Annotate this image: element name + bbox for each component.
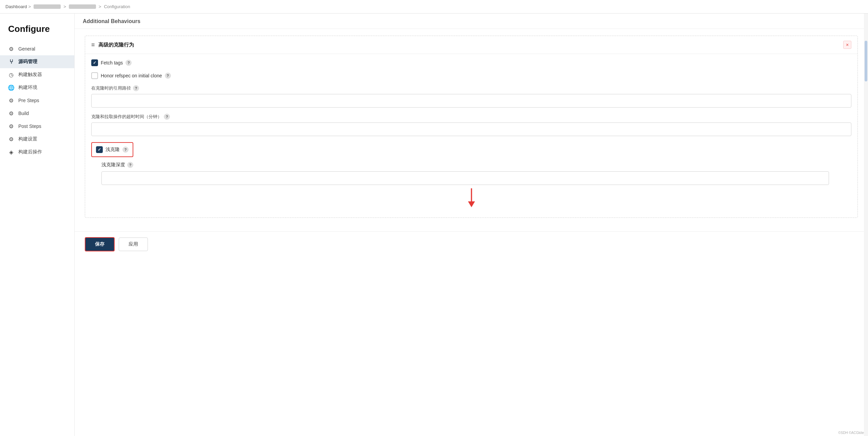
honor-refspec-checkbox[interactable] <box>91 72 98 79</box>
sidebar-label-pre-steps: Pre Steps <box>18 98 39 103</box>
content-area: ≡ 高级的克隆行为 × Fetch tags ? Honor <box>75 29 868 231</box>
sidebar-label-build-env: 构建环境 <box>18 84 37 91</box>
panel-close-button[interactable]: × <box>843 41 851 49</box>
fetch-tags-checkbox[interactable] <box>91 59 98 66</box>
gear4-icon: ⚙ <box>8 123 14 129</box>
breadcrumb-item1[interactable] <box>34 4 61 9</box>
save-button[interactable]: 保存 <box>85 237 115 251</box>
shallow-depth-input[interactable] <box>101 171 829 185</box>
breadcrumb-sep3: > <box>99 4 101 9</box>
section-header: Additional Behaviours <box>75 14 868 29</box>
globe-icon: 🌐 <box>8 84 14 91</box>
shallow-depth-help-icon[interactable]: ? <box>127 162 133 168</box>
clock-icon: ◷ <box>8 72 14 78</box>
clone-timeout-input[interactable] <box>91 122 851 136</box>
sidebar-label-general: General <box>18 46 35 52</box>
sidebar-item-build-settings[interactable]: ⚙ 构建设置 <box>0 133 74 146</box>
sidebar-label-build-settings: 构建设置 <box>18 136 37 142</box>
fork-icon: ⑂ <box>8 59 14 65</box>
breadcrumb-item2[interactable] <box>69 4 96 9</box>
sidebar-item-build[interactable]: ⚙ Build <box>0 107 74 120</box>
advanced-clone-panel: ≡ 高级的克隆行为 × Fetch tags ? Honor <box>85 36 858 218</box>
shallow-depth-label: 浅克隆深度 <box>101 162 125 168</box>
diamond-icon: ◈ <box>8 149 14 155</box>
action-bar: 保存 应用 <box>75 231 868 257</box>
clone-path-label-row: 在克隆时的引用路径 ? <box>91 85 851 91</box>
clone-timeout-group: 克隆和拉取操作的超时时间（分钟） ? <box>91 114 851 136</box>
sidebar-item-pre-steps[interactable]: ⚙ Pre Steps <box>0 94 74 107</box>
shallow-clone-checkbox[interactable] <box>96 146 103 153</box>
clone-path-help-icon[interactable]: ? <box>133 85 139 91</box>
gear2-icon: ⚙ <box>8 97 14 103</box>
shallow-depth-row: 浅克隆深度 ? <box>91 162 851 168</box>
sidebar-item-post-steps[interactable]: ⚙ Post Steps <box>0 120 74 133</box>
main-content: Additional Behaviours ≡ 高级的克隆行为 × Fetch … <box>75 14 868 436</box>
panel-header: ≡ 高级的克隆行为 × <box>85 36 857 54</box>
breadcrumb-bar: Dashboard > > > Configuration <box>0 0 868 14</box>
arrow-indicator <box>91 188 851 209</box>
sidebar-label-post-build: 构建后操作 <box>18 149 42 155</box>
shallow-clone-label: 浅克隆 <box>105 147 120 153</box>
fetch-tags-help-icon[interactable]: ? <box>126 60 132 66</box>
gear5-icon: ⚙ <box>8 136 14 142</box>
sidebar-title: Configure <box>0 20 74 42</box>
breadcrumb-sep1: > <box>28 4 31 9</box>
sidebar-label-source-control: 源码管理 <box>18 59 37 65</box>
shallow-clone-section: 浅克隆 ? <box>91 142 133 157</box>
apply-button[interactable]: 应用 <box>119 238 148 251</box>
sidebar-item-post-build[interactable]: ◈ 构建后操作 <box>0 146 74 158</box>
fetch-tags-label: Fetch tags <box>101 60 123 65</box>
sidebar-label-build: Build <box>18 111 29 116</box>
clone-timeout-label: 克隆和拉取操作的超时时间（分钟） <box>91 114 162 120</box>
clone-timeout-label-row: 克隆和拉取操作的超时时间（分钟） ? <box>91 114 851 120</box>
honor-refspec-label: Honor refspec on initial clone <box>101 73 162 78</box>
breadcrumb-dashboard[interactable]: Dashboard <box>5 4 27 9</box>
clone-path-label: 在克隆时的引用路径 <box>91 85 131 91</box>
clone-timeout-help-icon[interactable]: ? <box>164 114 170 120</box>
breadcrumb-current: Configuration <box>104 4 130 9</box>
sidebar: Configure ⚙ General ⑂ 源码管理 ◷ 构建触发器 🌐 构建环… <box>0 14 75 436</box>
panel-header-left: ≡ 高级的克隆行为 <box>91 42 134 48</box>
sidebar-item-general[interactable]: ⚙ General <box>0 42 74 55</box>
sidebar-item-source-control[interactable]: ⑂ 源码管理 <box>0 55 74 68</box>
drag-handle-icon: ≡ <box>91 42 95 48</box>
sidebar-item-build-trigger[interactable]: ◷ 构建触发器 <box>0 68 74 81</box>
shallow-clone-help-icon[interactable]: ? <box>122 147 129 153</box>
fetch-tags-row: Fetch tags ? <box>91 59 851 66</box>
gear3-icon: ⚙ <box>8 110 14 116</box>
footer-text: ©SDH ©ACGkite <box>838 431 864 435</box>
breadcrumb-sep2: > <box>63 4 66 9</box>
svg-marker-1 <box>468 202 475 207</box>
honor-refspec-help-icon[interactable]: ? <box>165 73 171 79</box>
sidebar-item-build-env[interactable]: 🌐 构建环境 <box>0 81 74 94</box>
sidebar-label-build-trigger: 构建触发器 <box>18 72 42 78</box>
scrollbar-track <box>864 14 868 436</box>
honor-refspec-row: Honor refspec on initial clone ? <box>91 72 851 79</box>
gear-icon: ⚙ <box>8 46 14 52</box>
sidebar-label-post-steps: Post Steps <box>18 124 41 129</box>
panel-title: 高级的克隆行为 <box>98 42 134 48</box>
clone-path-group: 在克隆时的引用路径 ? <box>91 85 851 108</box>
clone-path-input[interactable] <box>91 94 851 108</box>
panel-body: Fetch tags ? Honor refspec on initial cl… <box>85 54 857 217</box>
scrollbar-thumb[interactable] <box>865 41 867 81</box>
